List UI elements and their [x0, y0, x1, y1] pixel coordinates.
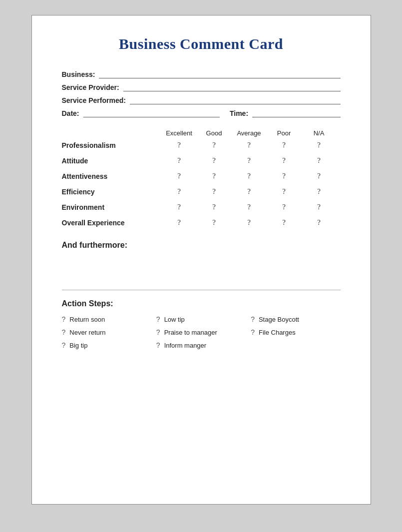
cell-prof-good[interactable]: ?	[197, 141, 232, 149]
cell-prof-na[interactable]: ?	[302, 141, 337, 149]
cell-eff-average[interactable]: ?	[232, 187, 267, 196]
cell-atten-average[interactable]: ?	[232, 172, 267, 180]
row-attentiveness: Attentiveness ? ? ? ? ?	[62, 172, 341, 180]
label-attitude: Attitude	[62, 157, 162, 165]
header-poor: Poor	[267, 129, 302, 137]
checkbox-icon-big-tip: ?	[62, 341, 66, 349]
action-low-tip[interactable]: ? Low tip	[156, 315, 246, 323]
cell-ov-poor[interactable]: ?	[267, 218, 302, 227]
cell-ov-good[interactable]: ?	[197, 218, 232, 227]
action-steps-section: Action Steps: ? Return soon ? Low tip ? …	[62, 299, 341, 349]
cell-prof-excellent[interactable]: ?	[162, 141, 197, 149]
cell-env-na[interactable]: ?	[302, 203, 337, 211]
action-praise-manager[interactable]: ? Praise to manager	[156, 328, 246, 336]
cell-eff-poor[interactable]: ?	[267, 187, 302, 196]
row-professionalism: Professionalism ? ? ? ? ?	[62, 141, 341, 149]
cell-env-average[interactable]: ?	[232, 203, 267, 211]
checkbox-icon-inform-manager: ?	[156, 341, 160, 349]
action-label-stage-boycott: Stage Boycott	[259, 316, 299, 323]
checkbox-icon-never-return: ?	[62, 328, 66, 336]
cell-ov-average[interactable]: ?	[232, 218, 267, 227]
label-efficiency: Efficiency	[62, 188, 162, 196]
checkbox-icon-file-charges: ?	[251, 328, 255, 336]
label-environment: Environment	[62, 203, 162, 211]
card-title: Business Comment Card	[62, 35, 341, 52]
action-stage-boycott[interactable]: ? Stage Boycott	[251, 315, 340, 323]
comment-card: Business Comment Card Business: Service …	[31, 15, 371, 505]
action-label-never-return: Never return	[69, 329, 105, 336]
cell-att-good[interactable]: ?	[197, 156, 232, 165]
cell-att-na[interactable]: ?	[302, 156, 337, 165]
service-provider-field-row: Service Provider:	[62, 83, 341, 91]
service-provider-input-line[interactable]	[123, 83, 341, 91]
time-input-line[interactable]	[252, 109, 340, 117]
row-efficiency: Efficiency ? ? ? ? ?	[62, 187, 341, 196]
cell-att-average[interactable]: ?	[232, 156, 267, 165]
label-professionalism: Professionalism	[62, 141, 162, 149]
cell-atten-na[interactable]: ?	[302, 172, 337, 180]
header-good: Good	[197, 129, 232, 137]
action-label-return-soon: Return soon	[69, 316, 105, 323]
cell-atten-good[interactable]: ?	[197, 172, 232, 180]
action-file-charges[interactable]: ? File Charges	[251, 328, 340, 336]
rating-section: Excellent Good Average Poor N/A Professi…	[62, 129, 341, 227]
action-inform-manager[interactable]: ? Inform manger	[156, 341, 246, 349]
action-big-tip[interactable]: ? Big tip	[62, 341, 151, 349]
business-field-row: Business:	[62, 70, 341, 78]
business-input-line[interactable]	[99, 70, 340, 78]
date-input-line[interactable]	[83, 109, 220, 117]
cell-prof-average[interactable]: ?	[232, 141, 267, 149]
service-performed-label: Service Performed:	[62, 96, 126, 104]
cell-env-good[interactable]: ?	[197, 203, 232, 211]
cell-eff-excellent[interactable]: ?	[162, 187, 197, 196]
date-group: Date:	[62, 109, 220, 117]
header-average: Average	[232, 129, 267, 137]
action-return-soon[interactable]: ? Return soon	[62, 315, 151, 323]
cell-env-poor[interactable]: ?	[267, 203, 302, 211]
action-label-low-tip: Low tip	[164, 316, 185, 323]
label-overall: Overall Experience	[62, 219, 162, 227]
section-divider	[62, 290, 341, 290]
cell-ov-excellent[interactable]: ?	[162, 218, 197, 227]
time-group: Time:	[230, 109, 341, 117]
cell-atten-poor[interactable]: ?	[267, 172, 302, 180]
row-attitude: Attitude ? ? ? ? ?	[62, 156, 341, 165]
label-attentiveness: Attentiveness	[62, 172, 162, 180]
header-na: N/A	[302, 129, 337, 137]
service-performed-input-line[interactable]	[130, 96, 341, 104]
cell-eff-good[interactable]: ?	[197, 187, 232, 196]
furthermore-title: And furthermore:	[62, 241, 341, 250]
date-label: Date:	[62, 109, 79, 117]
service-performed-field-row: Service Performed:	[62, 96, 341, 104]
cell-att-excellent[interactable]: ?	[162, 156, 197, 165]
row-environment: Environment ? ? ? ? ?	[62, 203, 341, 211]
checkbox-icon-return-soon: ?	[62, 315, 66, 323]
checkbox-icon-praise-manager: ?	[156, 328, 160, 336]
action-label-inform-manager: Inform manger	[164, 342, 207, 349]
action-empty	[251, 341, 340, 349]
action-label-big-tip: Big tip	[69, 342, 87, 349]
date-time-row: Date: Time:	[62, 109, 341, 117]
cell-ov-na[interactable]: ?	[302, 218, 337, 227]
checkbox-icon-stage-boycott: ?	[251, 315, 255, 323]
action-label-file-charges: File Charges	[259, 329, 296, 336]
action-grid: ? Return soon ? Low tip ? Stage Boycott …	[62, 315, 341, 349]
cell-prof-poor[interactable]: ?	[267, 141, 302, 149]
header-excellent: Excellent	[162, 129, 197, 137]
action-never-return[interactable]: ? Never return	[62, 328, 151, 336]
time-label: Time:	[230, 109, 248, 117]
rating-header-row: Excellent Good Average Poor N/A	[62, 129, 341, 137]
cell-atten-excellent[interactable]: ?	[162, 172, 197, 180]
cell-att-poor[interactable]: ?	[267, 156, 302, 165]
action-label-praise-manager: Praise to manager	[164, 329, 217, 336]
furthermore-section: And furthermore:	[62, 241, 341, 250]
business-label: Business:	[62, 70, 95, 78]
cell-env-excellent[interactable]: ?	[162, 203, 197, 211]
action-steps-title: Action Steps:	[62, 299, 341, 308]
checkbox-icon-low-tip: ?	[156, 315, 160, 323]
service-provider-label: Service Provider:	[62, 83, 119, 91]
cell-eff-na[interactable]: ?	[302, 187, 337, 196]
row-overall: Overall Experience ? ? ? ? ?	[62, 218, 341, 227]
